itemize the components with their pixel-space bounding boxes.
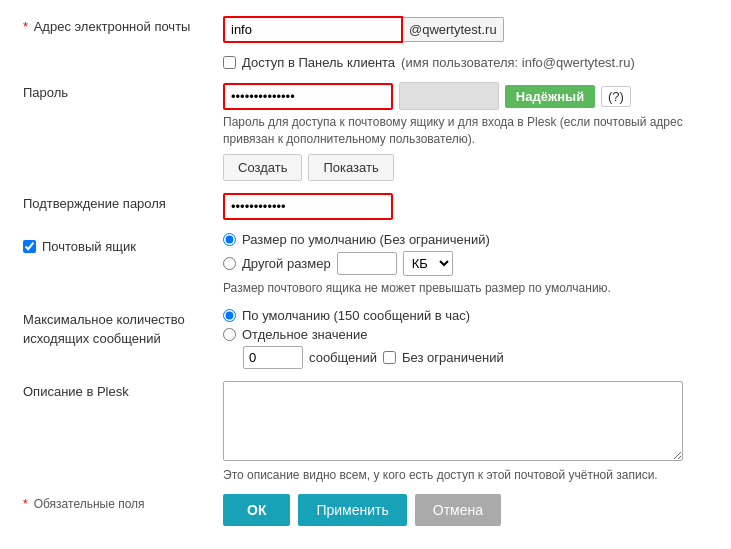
password-strength-label: Надёжный <box>505 85 595 108</box>
mailbox-size-hint: Размер почтового ящика не может превышат… <box>223 280 683 297</box>
mailbox-size-unit-select[interactable]: КБ МБ ГБ <box>403 251 453 276</box>
outgoing-unlimited-checkbox[interactable] <box>383 351 396 364</box>
email-label: * Адрес электронной почты <box>15 10 215 49</box>
outgoing-custom-radio[interactable] <box>223 328 236 341</box>
mailbox-size-other-radio[interactable] <box>223 257 236 270</box>
outgoing-label: Максимальное количество исходящих сообще… <box>15 302 215 375</box>
outgoing-messages-label: сообщений <box>309 350 377 365</box>
password-input[interactable] <box>223 83 393 110</box>
password-description: Пароль для доступа к почтовому ящику и д… <box>223 114 683 148</box>
mailbox-size-other-label[interactable]: Другой размер КБ МБ ГБ <box>223 251 708 276</box>
required-fields-label: * Обязательные поля <box>23 497 207 511</box>
mailbox-size-input[interactable] <box>337 252 397 275</box>
description-hint: Это описание видно всем, у кого есть дос… <box>223 468 683 482</box>
mailbox-size-default-radio[interactable] <box>223 233 236 246</box>
show-password-button[interactable]: Показать <box>308 154 393 181</box>
description-label: Описание в Plesk <box>15 375 215 488</box>
outgoing-default-radio[interactable] <box>223 309 236 322</box>
apply-button[interactable]: Применить <box>298 494 406 526</box>
cancel-button[interactable]: Отмена <box>415 494 501 526</box>
password-strength-bar <box>399 82 499 110</box>
password-hint-button[interactable]: (?) <box>601 86 631 107</box>
outgoing-custom-input[interactable] <box>243 346 303 369</box>
mailbox-checkbox[interactable] <box>23 240 36 253</box>
confirm-password-input[interactable] <box>223 193 393 220</box>
client-panel-label[interactable]: Доступ в Панель клиента (имя пользовател… <box>223 55 708 70</box>
outgoing-unlimited-label[interactable]: Без ограничений <box>383 350 504 365</box>
outgoing-default-label[interactable]: По умолчанию (150 сообщений в час) <box>223 308 708 323</box>
ok-button[interactable]: ОК <box>223 494 290 526</box>
description-textarea[interactable] <box>223 381 683 461</box>
footer-required-star: * <box>23 497 28 511</box>
required-star: * <box>23 19 28 34</box>
outgoing-custom-label[interactable]: Отдельное значение <box>223 327 708 342</box>
client-panel-checkbox[interactable] <box>223 56 236 69</box>
confirm-password-label: Подтверждение пароля <box>15 187 215 226</box>
mailbox-size-default-label[interactable]: Размер по умолчанию (Без ограничений) <box>223 232 708 247</box>
mailbox-label[interactable]: Почтовый ящик <box>23 235 207 254</box>
email-domain: @qwertytest.ru <box>403 17 504 42</box>
create-password-button[interactable]: Создать <box>223 154 302 181</box>
email-prefix-input[interactable] <box>223 16 403 43</box>
password-label: Пароль <box>15 76 215 187</box>
